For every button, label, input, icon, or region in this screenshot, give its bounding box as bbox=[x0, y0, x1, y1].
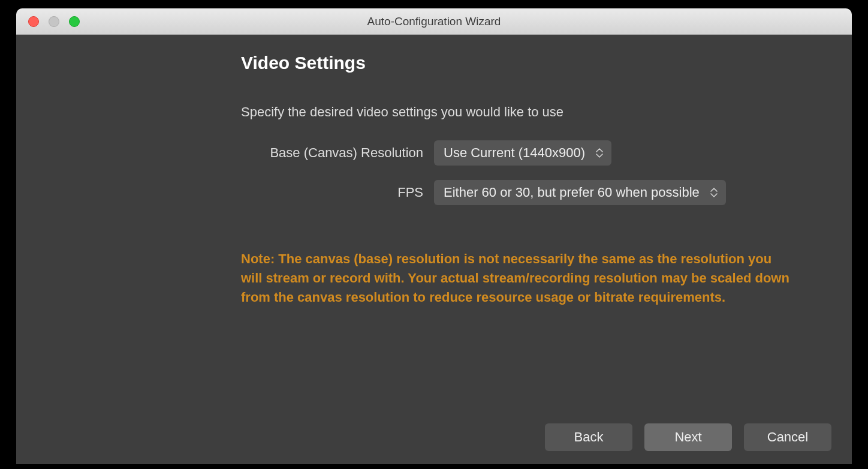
fps-row: FPS Either 60 or 30, but prefer 60 when … bbox=[241, 180, 816, 205]
cancel-button[interactable]: Cancel bbox=[744, 423, 831, 451]
titlebar: Auto-Configuration Wizard bbox=[16, 8, 852, 35]
window-title: Auto-Configuration Wizard bbox=[16, 15, 852, 28]
resolution-value: Use Current (1440x900) bbox=[444, 145, 592, 161]
resolution-note: Note: The canvas (base) resolution is no… bbox=[241, 249, 792, 307]
back-button[interactable]: Back bbox=[545, 423, 632, 451]
wizard-window: Auto-Configuration Wizard Video Settings… bbox=[16, 8, 852, 464]
next-button[interactable]: Next bbox=[644, 423, 732, 451]
resolution-select[interactable]: Use Current (1440x900) bbox=[434, 140, 611, 166]
wizard-body: Video Settings Specify the desired video… bbox=[16, 35, 852, 464]
fps-select[interactable]: Either 60 or 30, but prefer 60 when poss… bbox=[434, 180, 726, 205]
back-button-label: Back bbox=[574, 429, 604, 445]
updown-icon bbox=[707, 188, 721, 197]
cancel-button-label: Cancel bbox=[767, 429, 808, 445]
close-window-button[interactable] bbox=[28, 16, 39, 27]
wizard-footer: Back Next Cancel bbox=[545, 423, 831, 451]
updown-icon bbox=[592, 148, 607, 158]
resolution-label: Base (Canvas) Resolution bbox=[241, 145, 434, 161]
maximize-window-button[interactable] bbox=[69, 16, 80, 27]
resolution-row: Base (Canvas) Resolution Use Current (14… bbox=[241, 140, 816, 166]
page-title: Video Settings bbox=[241, 53, 816, 73]
next-button-label: Next bbox=[674, 429, 701, 445]
fps-value: Either 60 or 30, but prefer 60 when poss… bbox=[444, 185, 707, 200]
window-controls bbox=[28, 16, 80, 27]
fps-label: FPS bbox=[241, 185, 434, 200]
page-subtitle: Specify the desired video settings you w… bbox=[241, 104, 816, 120]
minimize-window-button[interactable] bbox=[49, 16, 59, 27]
